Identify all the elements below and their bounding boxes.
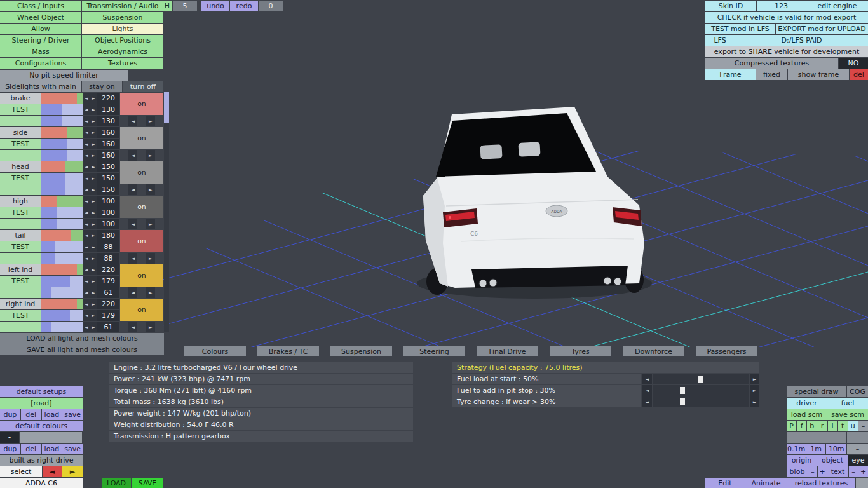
light-prev-button[interactable]: ◄ [128, 287, 137, 298]
menu-configurations[interactable]: Configurations [0, 58, 81, 69]
fuel-button[interactable]: fuel [827, 398, 868, 409]
light-on-button[interactable]: on [120, 264, 163, 287]
light-prev-button[interactable]: ◄ [128, 322, 137, 332]
draw-letter-button-–[interactable]: – [858, 421, 868, 431]
increase-arrow-button[interactable]: ► [90, 276, 97, 287]
menu-wheel-object[interactable]: Wheel Object [0, 12, 81, 23]
colour-load-button[interactable]: load [42, 444, 62, 454]
slider-handle[interactable] [680, 398, 685, 405]
select-button[interactable]: select [0, 466, 42, 477]
setup-del-button[interactable]: del [21, 409, 41, 420]
scale-0-1m-button[interactable]: 0.1m [787, 444, 806, 454]
strategy-slider[interactable] [653, 396, 749, 407]
light-test-button[interactable]: TEST [0, 104, 41, 115]
scale-dash-button[interactable]: – [847, 444, 868, 454]
compressed-textures-label[interactable]: Compressed textures [705, 58, 838, 69]
default-setups-button[interactable]: default setups [0, 386, 83, 397]
draw-letter-button-P[interactable]: P [787, 421, 796, 431]
decrease-arrow-button[interactable]: ◄ [83, 173, 90, 184]
increase-arrow-button[interactable]: ► [750, 396, 759, 407]
save-all-colours-button[interactable]: SAVE all light and mesh colours [0, 344, 164, 355]
tab-tyres[interactable]: Tyres [550, 346, 611, 356]
draw-letter-button-b[interactable]: b [807, 421, 817, 431]
frame-button[interactable]: Frame [705, 69, 756, 80]
decrease-arrow-button[interactable]: ◄ [83, 276, 90, 287]
draw-letter-button-l[interactable]: l [828, 421, 837, 431]
light-test-button[interactable]: TEST [0, 276, 41, 287]
decrease-arrow-button[interactable]: ◄ [83, 287, 90, 298]
light-red-slider[interactable] [41, 161, 83, 172]
setup-save-button[interactable]: save [62, 409, 83, 420]
menu-mass[interactable]: Mass [0, 46, 81, 57]
light-blue-slider[interactable] [41, 253, 83, 264]
light-blue-slider[interactable] [41, 116, 83, 126]
setup-load-button[interactable]: load [42, 409, 62, 420]
light-on-button[interactable]: on [120, 230, 163, 252]
animate-mode-button[interactable]: Animate [745, 478, 787, 488]
colour-slot-button[interactable]: – [20, 432, 82, 443]
increase-arrow-button[interactable]: ► [750, 385, 759, 396]
draw-letter-button-r[interactable]: r [817, 421, 827, 431]
increase-arrow-button[interactable]: ► [90, 299, 97, 309]
decrease-arrow-button[interactable]: ◄ [83, 230, 90, 241]
increase-arrow-button[interactable]: ► [750, 374, 759, 384]
light-test-button[interactable]: TEST [0, 173, 41, 184]
increase-arrow-button[interactable]: ► [90, 127, 97, 138]
light-red-slider[interactable] [41, 93, 83, 104]
light-on-button[interactable]: on [120, 161, 163, 184]
increase-arrow-button[interactable]: ► [90, 139, 97, 149]
increase-arrow-button[interactable]: ► [90, 184, 97, 195]
edit-mode-button[interactable]: Edit [705, 478, 745, 488]
decrease-arrow-button[interactable]: ◄ [83, 161, 90, 172]
light-on-button[interactable]: on [120, 196, 163, 218]
light-next-button[interactable]: ► [146, 184, 155, 195]
light-green-slider[interactable] [41, 207, 83, 218]
draw-slot-button[interactable]: – [787, 432, 846, 443]
light-red-slider[interactable] [41, 299, 83, 309]
history-h-button[interactable]: H [162, 1, 172, 11]
increase-arrow-button[interactable]: ► [90, 264, 97, 275]
increase-arrow-button[interactable]: ► [90, 310, 97, 321]
decrease-arrow-button[interactable]: ◄ [83, 299, 90, 309]
light-prev-button[interactable]: ◄ [128, 116, 137, 126]
edit-engine-button[interactable]: edit engine [806, 1, 868, 11]
light-green-slider[interactable] [41, 104, 83, 115]
increase-arrow-button[interactable]: ► [90, 322, 97, 332]
sidelights-turn-off-button[interactable]: turn off [123, 81, 163, 92]
increase-arrow-button[interactable]: ► [90, 161, 97, 172]
light-next-button[interactable]: ► [146, 150, 155, 161]
draw-letter-button-f[interactable]: f [797, 421, 806, 431]
menu-textures[interactable]: Textures [82, 58, 163, 69]
increase-arrow-button[interactable]: ► [90, 116, 97, 126]
light-test-button[interactable]: TEST [0, 207, 41, 218]
decrease-arrow-button[interactable]: ◄ [83, 93, 90, 104]
tab-downforce[interactable]: Downforce [623, 346, 684, 356]
frame-fixed-button[interactable]: fixed [756, 69, 787, 80]
light-red-slider[interactable] [41, 196, 83, 207]
origin-button[interactable]: origin [787, 455, 817, 466]
load-all-colours-button[interactable]: LOAD all light and mesh colours [0, 333, 164, 344]
increase-arrow-button[interactable]: ► [90, 207, 97, 218]
tab-suspension[interactable]: Suspension [330, 346, 392, 356]
light-prev-button[interactable]: ◄ [128, 150, 137, 161]
decrease-arrow-button[interactable]: ◄ [642, 396, 652, 407]
load-vehicle-button[interactable]: LOAD [102, 478, 131, 488]
light-on-button[interactable]: on [120, 127, 163, 149]
light-next-button[interactable]: ► [146, 287, 155, 298]
light-green-slider[interactable] [41, 276, 83, 287]
text-minus-button[interactable]: – [849, 466, 858, 477]
lfs-button[interactable]: LFS [705, 35, 735, 46]
decrease-arrow-button[interactable]: ◄ [83, 264, 90, 275]
setup-dup-button[interactable]: dup [0, 409, 20, 420]
save-vehicle-button[interactable]: SAVE [132, 478, 163, 488]
light-green-slider[interactable] [41, 173, 83, 184]
strategy-slider[interactable] [653, 385, 749, 396]
scale-10m-button[interactable]: 10m [826, 444, 846, 454]
menu-object-positions[interactable]: Object Positions [82, 35, 163, 46]
menu-aerodynamics[interactable]: Aerodynamics [82, 46, 163, 57]
light-green-slider[interactable] [41, 310, 83, 321]
light-red-slider[interactable] [41, 264, 83, 275]
text-button[interactable]: text [827, 466, 848, 477]
light-next-button[interactable]: ► [146, 219, 155, 229]
increase-arrow-button[interactable]: ► [90, 230, 97, 241]
